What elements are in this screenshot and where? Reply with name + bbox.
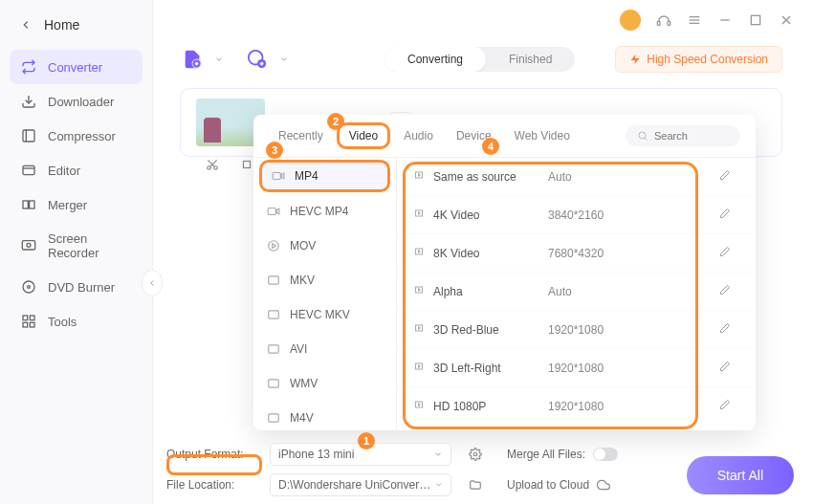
merge-switch[interactable] [593, 448, 618, 461]
resolution-item[interactable]: Same as sourceAuto [397, 158, 756, 196]
sidebar-item-editor[interactable]: Editor [10, 153, 143, 187]
video-icon [267, 342, 280, 356]
output-format-value: iPhone 13 mini [278, 448, 354, 461]
res-name: 3D Left-Right [433, 362, 548, 375]
marker-3: 3 [266, 142, 283, 159]
marker-4: 4 [482, 138, 499, 155]
file-location-select[interactable]: D:\Wondershare UniConverter 1 [270, 473, 451, 496]
cut-icon[interactable] [206, 158, 219, 171]
edit-preset-button[interactable] [719, 246, 738, 260]
res-value: 1920*1080 [548, 362, 719, 375]
svg-rect-6 [30, 201, 34, 208]
resolution-list: Same as sourceAuto 4K Video3840*2160 8K … [397, 158, 756, 433]
format-label: HEVC MP4 [290, 205, 348, 218]
format-item-mkv[interactable]: MKV [253, 263, 396, 297]
high-speed-conversion-button[interactable]: High Speed Conversion [615, 46, 782, 73]
left-sidebar: Home Converter Downloader Compressor Edi… [0, 0, 153, 504]
svg-marker-57 [419, 289, 421, 292]
sidebar-collapse-handle[interactable] [142, 270, 163, 296]
pencil-icon [719, 208, 731, 219]
pencil-icon [719, 284, 731, 296]
res-name: 8K Video [433, 247, 548, 260]
svg-marker-51 [419, 174, 421, 177]
resolution-item[interactable]: AlphaAuto [397, 273, 756, 311]
edit-preset-button[interactable] [719, 399, 738, 413]
editor-icon [21, 163, 36, 178]
svg-point-37 [639, 132, 646, 139]
video-icon [267, 205, 280, 218]
svg-rect-48 [269, 380, 279, 387]
sidebar-item-label: Converter [48, 60, 102, 75]
svg-point-9 [23, 281, 34, 293]
format-item-hevc-mp4[interactable]: HEVC MP4 [253, 194, 396, 229]
upload-label: Upload to Cloud [507, 478, 589, 492]
sidebar-item-compressor[interactable]: Compressor [10, 119, 143, 153]
flash-icon [629, 54, 641, 65]
highlight-frame-output-format [166, 454, 262, 475]
svg-marker-42 [277, 208, 279, 214]
crop-icon[interactable] [240, 158, 253, 171]
resolution-item[interactable]: 3D Left-Right1920*1080 [397, 349, 756, 387]
tab-audio[interactable]: Audio [394, 123, 443, 148]
pencil-icon [719, 322, 731, 334]
add-dvd-button[interactable] [245, 47, 270, 72]
sidebar-item-label: Downloader [48, 95, 114, 109]
svg-marker-63 [419, 404, 421, 406]
chevron-down-icon[interactable] [214, 55, 224, 64]
edit-preset-button[interactable] [719, 284, 738, 298]
svg-marker-44 [273, 244, 276, 249]
format-item-avi[interactable]: AVI [253, 332, 396, 366]
tab-converting[interactable]: Converting [385, 47, 486, 72]
sidebar-item-tools[interactable]: Tools [10, 304, 143, 339]
format-item-hevc-mkv[interactable]: HEVC MKV [253, 297, 396, 332]
resolution-item[interactable]: 4K Video3840*2160 [397, 196, 756, 234]
format-item-m4v[interactable]: M4V [253, 401, 396, 433]
format-search[interactable] [626, 125, 740, 146]
tab-video[interactable]: Video [337, 122, 390, 149]
sidebar-item-screen-recorder[interactable]: Screen Recorder [10, 222, 143, 270]
format-item-wmv[interactable]: WMV [253, 366, 396, 401]
headset-icon[interactable] [656, 12, 671, 28]
sidebar-item-converter[interactable]: Converter [10, 50, 143, 84]
play-icon [414, 284, 426, 296]
resolution-item[interactable]: HD 1080P1920*1080 [397, 387, 756, 426]
resolution-item[interactable]: 8K Video7680*4320 [397, 234, 756, 273]
start-all-button[interactable]: Start All [687, 456, 794, 494]
status-tabs: Converting Finished [385, 47, 575, 72]
merger-icon [21, 197, 36, 212]
edit-preset-button[interactable] [719, 361, 738, 375]
resolution-item[interactable]: HD 720P1280*720 [397, 426, 756, 433]
minimize-icon[interactable] [717, 12, 733, 28]
edit-preset-button[interactable] [719, 169, 738, 184]
menu-icon[interactable] [687, 12, 702, 28]
gear-icon[interactable] [469, 448, 482, 461]
cloud-icon[interactable] [597, 478, 610, 492]
folder-icon[interactable] [469, 478, 482, 492]
res-value: 1920*1080 [548, 323, 719, 337]
search-input[interactable] [654, 130, 721, 142]
svg-point-43 [269, 241, 279, 252]
svg-rect-47 [269, 345, 279, 353]
sidebar-item-label: Merger [48, 198, 87, 212]
sidebar-item-dvd-burner[interactable]: DVD Burner [10, 270, 143, 304]
format-item-mov[interactable]: MOV [253, 229, 396, 263]
tab-finished[interactable]: Finished [486, 47, 575, 72]
chevron-down-icon [434, 480, 444, 490]
pencil-icon [719, 246, 731, 257]
svg-marker-59 [419, 327, 421, 330]
res-value: Auto [548, 285, 719, 298]
resolution-item[interactable]: 3D Red-Blue1920*1080 [397, 311, 756, 349]
add-file-button[interactable] [180, 47, 205, 72]
sidebar-item-downloader[interactable]: Downloader [10, 84, 143, 119]
sidebar-item-merger[interactable]: Merger [10, 187, 143, 222]
maximize-icon[interactable] [748, 12, 763, 28]
video-icon [267, 308, 280, 321]
user-avatar[interactable] [620, 10, 641, 31]
format-item-mp4[interactable]: MP4 [259, 160, 390, 192]
tab-web-video[interactable]: Web Video [505, 123, 580, 148]
close-icon[interactable] [779, 12, 794, 28]
chevron-down-icon[interactable] [279, 55, 289, 64]
home-nav[interactable]: Home [0, 0, 152, 50]
edit-preset-button[interactable] [719, 322, 738, 337]
edit-preset-button[interactable] [719, 208, 738, 222]
